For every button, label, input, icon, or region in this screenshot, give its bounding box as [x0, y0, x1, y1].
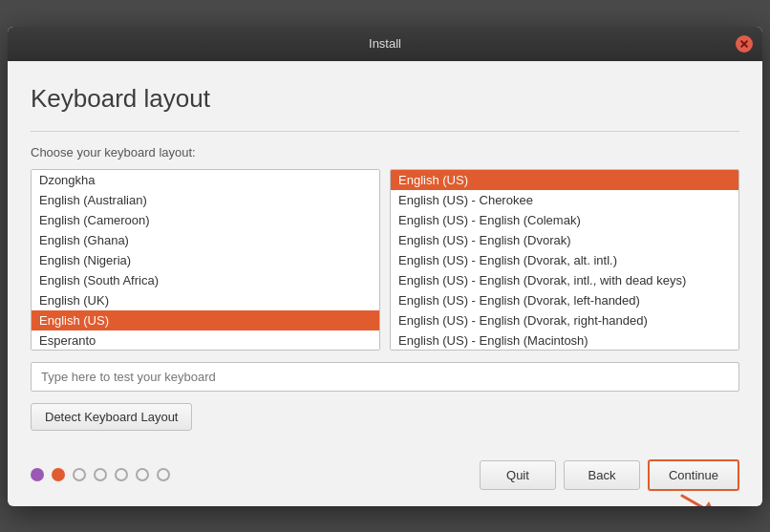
list-item[interactable]: English (US) - English (Dvorak, alt. int… — [391, 250, 738, 270]
keyboard-test-input[interactable] — [31, 362, 739, 392]
close-button[interactable] — [736, 35, 753, 53]
list-item[interactable]: English (US) - English (Macintosh) — [391, 330, 738, 351]
step-dot-1 — [31, 468, 44, 481]
list-item[interactable]: English (UK) — [32, 290, 379, 310]
choose-label: Choose your keyboard layout: — [31, 145, 739, 160]
step-dot-3 — [73, 468, 86, 481]
nav-buttons: Quit Back Continue — [480, 459, 739, 491]
list-item[interactable]: English (Australian) — [32, 190, 379, 210]
step-dot-4 — [94, 468, 107, 481]
main-content: Keyboard layout Choose your keyboard lay… — [8, 61, 762, 450]
language-list[interactable]: Dzongkha English (Australian) English (C… — [31, 169, 380, 351]
test-input-container — [31, 362, 739, 392]
detect-keyboard-button[interactable]: Detect Keyboard Layout — [31, 403, 192, 431]
list-item[interactable]: Esperanto — [32, 330, 379, 351]
back-button[interactable]: Back — [564, 460, 640, 490]
step-dot-2 — [52, 468, 65, 481]
list-item[interactable]: English (US) - English (Colemak) — [391, 210, 738, 230]
variant-list[interactable]: English (US) English (US) - Cherokee Eng… — [390, 169, 739, 351]
list-item-selected[interactable]: English (US) — [391, 170, 738, 190]
keyboard-lists: Dzongkha English (Australian) English (C… — [31, 169, 739, 351]
step-dot-7 — [157, 468, 170, 481]
separator — [31, 131, 739, 132]
titlebar: Install — [8, 27, 762, 61]
list-item[interactable]: English (US) - English (Dvorak, left-han… — [391, 290, 738, 310]
step-dot-6 — [136, 468, 149, 481]
list-item[interactable]: English (South Africa) — [32, 270, 379, 290]
install-window: Install Keyboard layout Choose your keyb… — [8, 27, 762, 506]
window-title: Install — [369, 36, 401, 51]
quit-button[interactable]: Quit — [480, 460, 556, 490]
arrow-indicator — [673, 486, 730, 506]
page-title: Keyboard layout — [31, 84, 739, 114]
list-item[interactable]: Dzongkha — [32, 170, 379, 190]
list-item[interactable]: English (US) - English (Dvorak, right-ha… — [391, 310, 738, 330]
step-dots — [31, 468, 170, 481]
svg-marker-1 — [701, 501, 716, 506]
continue-button-container: Continue — [648, 459, 739, 491]
list-item[interactable]: English (Ghana) — [32, 230, 379, 250]
list-item[interactable]: English (US) - English (Dvorak, intl., w… — [391, 270, 738, 290]
step-dot-5 — [115, 468, 128, 481]
bottom-bar: Quit Back Continue — [8, 450, 762, 506]
list-item[interactable]: English (US) - Cherokee — [391, 190, 738, 210]
list-item[interactable]: English (Cameroon) — [32, 210, 379, 230]
svg-line-0 — [682, 496, 716, 506]
list-item[interactable]: English (Nigeria) — [32, 250, 379, 270]
list-item[interactable]: English (US) - English (Dvorak) — [391, 230, 738, 250]
list-item-selected[interactable]: English (US) — [32, 310, 379, 330]
